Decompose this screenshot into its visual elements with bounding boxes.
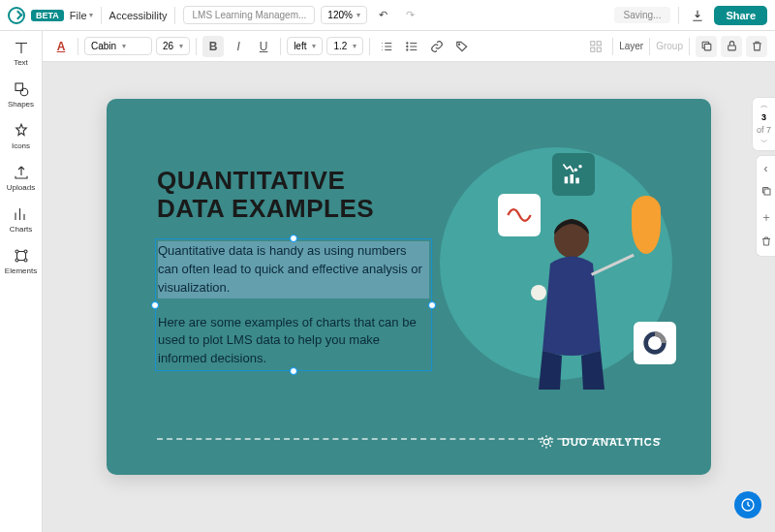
file-menu[interactable]: File▾ — [70, 10, 93, 21]
divider — [689, 38, 690, 55]
divider — [174, 7, 175, 24]
svg-point-25 — [652, 340, 659, 347]
unordered-list-button[interactable] — [401, 36, 422, 57]
duplicate-button[interactable] — [696, 36, 717, 57]
link-button[interactable] — [426, 36, 448, 57]
line-height-select[interactable]: 1.2▾ — [326, 37, 363, 55]
chart-tile-donut — [634, 322, 676, 364]
sidebar-item-label: Charts — [10, 225, 33, 234]
copy-slide-button[interactable] — [760, 185, 772, 200]
page-navigator[interactable]: ︿ 3 of 7 ﹀ — [752, 97, 775, 151]
svg-point-18 — [531, 285, 546, 300]
sidebar-item-charts[interactable]: Charts — [0, 205, 42, 234]
tag-button[interactable] — [451, 36, 473, 57]
bold-button[interactable]: B — [202, 36, 224, 57]
file-menu-label: File — [70, 10, 87, 21]
svg-rect-27 — [764, 189, 770, 195]
paragraph-1[interactable]: Quantitative data is handy as using numb… — [158, 241, 429, 298]
group-button: Group — [656, 41, 683, 51]
svg-rect-22 — [571, 174, 574, 183]
sidebar-item-text[interactable]: Text — [0, 39, 42, 67]
sidebar-item-elements[interactable]: Elements — [0, 247, 42, 275]
lock-button[interactable] — [721, 36, 742, 57]
gear-icon — [539, 434, 554, 450]
page-up[interactable]: ︿ — [760, 102, 768, 110]
sidebar-item-label: Icons — [12, 141, 30, 150]
chart-tile-bar — [552, 153, 595, 196]
help-fab[interactable] — [734, 491, 761, 518]
delete-button[interactable] — [746, 36, 767, 57]
divider — [678, 7, 679, 24]
svg-point-4 — [16, 259, 18, 262]
app-logo[interactable] — [8, 7, 25, 24]
document-name-input[interactable]: LMS Learning Managem... — [183, 6, 315, 24]
underline-button[interactable]: U — [253, 36, 274, 57]
footer-brand-text: DUO ANALYTICS — [562, 436, 661, 448]
svg-point-20 — [578, 165, 582, 169]
chart-tile-wave — [498, 194, 541, 236]
selected-textbox[interactable]: Quantitative data is handy as using numb… — [155, 238, 432, 371]
divider — [101, 7, 102, 24]
svg-point-3 — [24, 250, 27, 253]
sidebar-item-label: Uploads — [7, 183, 35, 192]
resize-handle-left[interactable] — [151, 301, 159, 309]
resize-handle-top[interactable] — [290, 235, 297, 242]
slide-actions-panel: ‹ ＋ — [756, 155, 775, 257]
resize-handle-bottom[interactable] — [290, 367, 297, 375]
canvas-area[interactable]: QUANTITATIVE DATA EXAMPLES Quantitative … — [43, 62, 775, 532]
title-line1: QUANTITATIVE — [157, 166, 345, 195]
zoom-value: 120% — [327, 10, 353, 20]
sidebar-item-label: Shapes — [8, 100, 34, 109]
divider — [649, 38, 650, 55]
saving-indicator: Saving... — [614, 7, 671, 23]
divider — [78, 38, 78, 55]
grid-icon[interactable] — [585, 36, 606, 57]
page-down[interactable]: ﹀ — [760, 139, 768, 146]
sidebar-item-uploads[interactable]: Uploads — [0, 164, 42, 192]
collapse-panel-button[interactable]: ‹ — [764, 162, 768, 175]
divider — [369, 38, 370, 55]
svg-rect-15 — [728, 46, 735, 50]
divider — [196, 38, 197, 55]
download-button[interactable] — [687, 5, 708, 26]
svg-point-7 — [407, 46, 408, 47]
svg-rect-23 — [575, 178, 579, 184]
undo-button[interactable]: ↶ — [373, 5, 394, 26]
font-family-select[interactable]: Cabin▾ — [84, 37, 152, 55]
footer-brand: DUO ANALYTICS — [539, 434, 661, 450]
slide[interactable]: QUANTITATIVE DATA EXAMPLES Quantitative … — [107, 99, 711, 475]
redo-button[interactable]: ↷ — [400, 5, 421, 26]
zoom-select[interactable]: 120%▾ — [321, 6, 367, 24]
align-select[interactable]: left▾ — [287, 37, 323, 55]
ordered-list-button[interactable] — [376, 36, 397, 57]
svg-rect-13 — [597, 47, 601, 51]
accessibility-link[interactable]: Accessibility — [109, 10, 168, 21]
share-button[interactable]: Share — [714, 6, 767, 25]
delete-slide-button[interactable] — [760, 235, 772, 250]
svg-point-26 — [543, 439, 548, 444]
align-value: left — [294, 41, 306, 51]
page-current: 3 — [761, 113, 766, 122]
sidebar-item-icons[interactable]: Icons — [0, 122, 42, 150]
slide-title[interactable]: QUANTITATIVE DATA EXAMPLES — [157, 167, 374, 222]
resize-handle-right[interactable] — [428, 301, 436, 309]
font-size-select[interactable]: 26▾ — [156, 37, 190, 55]
sidebar-item-label: Elements — [5, 266, 37, 275]
lh-value: 1.2 — [333, 41, 347, 51]
svg-point-2 — [16, 250, 18, 253]
app-topbar: BETA File▾ Accessibility LMS Learning Ma… — [0, 0, 775, 31]
svg-point-6 — [407, 42, 408, 43]
svg-rect-10 — [591, 41, 595, 45]
blob-shape — [632, 196, 661, 254]
layer-button[interactable]: Layer — [619, 41, 643, 51]
paragraph-2[interactable]: Here are some examples of charts that ca… — [158, 314, 429, 369]
svg-point-8 — [407, 48, 408, 49]
svg-point-5 — [24, 259, 27, 262]
sidebar-item-shapes[interactable]: Shapes — [0, 80, 42, 109]
color-picker[interactable]: A — [50, 36, 72, 57]
font-value: Cabin — [91, 41, 116, 51]
italic-button[interactable]: I — [228, 36, 249, 57]
title-line2: DATA EXAMPLES — [157, 194, 374, 223]
svg-rect-17 — [591, 254, 635, 276]
add-slide-button[interactable]: ＋ — [760, 209, 772, 226]
